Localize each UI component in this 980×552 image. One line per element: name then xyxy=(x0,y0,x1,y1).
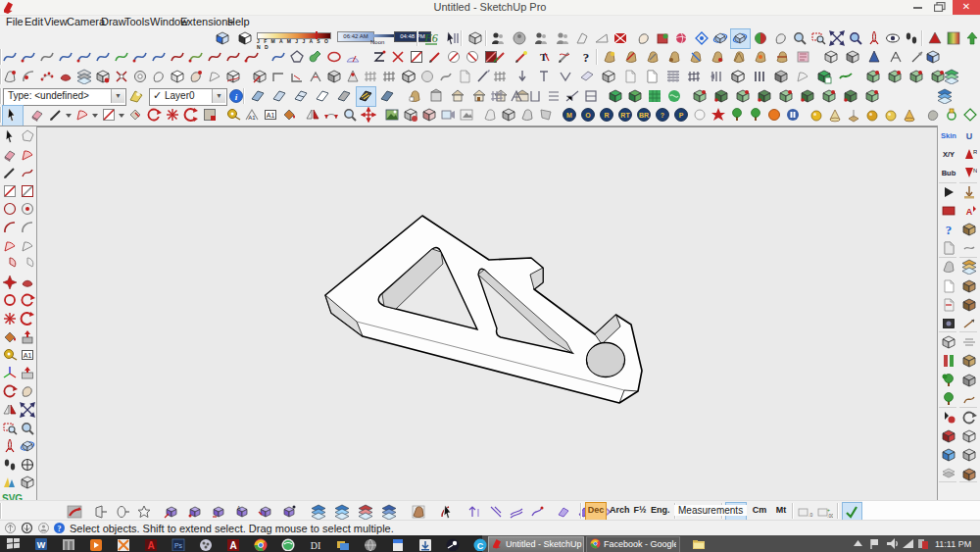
svg-text:RT: RT xyxy=(620,112,630,119)
svg-text:BR: BR xyxy=(639,112,649,119)
svg-text:?: ? xyxy=(58,525,62,533)
svg-text:N: N xyxy=(973,168,977,174)
svg-text:A1: A1 xyxy=(248,115,256,121)
svg-text:A: A xyxy=(147,540,154,551)
svg-text:?: ? xyxy=(946,223,953,237)
svg-text:.0: .0 xyxy=(808,512,812,518)
svg-text:X/Y: X/Y xyxy=(943,150,955,159)
svg-text:O: O xyxy=(585,112,591,119)
svg-text:C: C xyxy=(477,541,484,551)
svg-text:W: W xyxy=(37,540,46,550)
svg-text:?: ? xyxy=(583,50,590,65)
svg-text:Bub: Bub xyxy=(942,169,956,177)
svg-text:P: P xyxy=(679,112,684,119)
svg-text:Skin: Skin xyxy=(941,131,956,140)
svg-text:Ps: Ps xyxy=(174,542,183,549)
svg-text:DI: DI xyxy=(311,540,321,551)
svg-text:A: A xyxy=(229,540,236,551)
svg-text:U: U xyxy=(966,131,973,141)
svg-text:.00: .00 xyxy=(827,513,833,519)
svg-text:A1: A1 xyxy=(24,352,32,359)
svg-text:F6: F6 xyxy=(423,31,437,45)
svg-text:M: M xyxy=(566,112,572,119)
svg-text:?: ? xyxy=(661,112,664,119)
svg-text:R: R xyxy=(973,149,977,155)
svg-text:R: R xyxy=(604,112,609,119)
svg-text:A: A xyxy=(966,207,973,217)
svg-text:A1: A1 xyxy=(267,112,275,119)
